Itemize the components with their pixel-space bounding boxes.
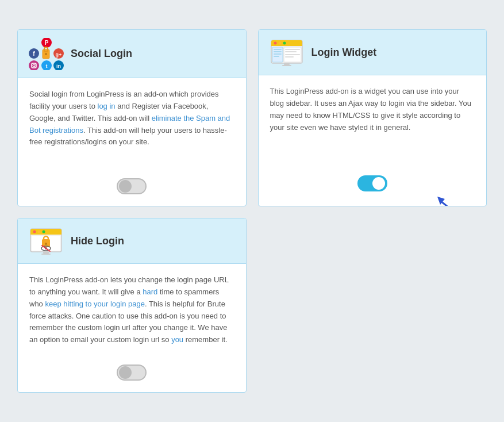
login-widget-description: This LoginPress add-on is a widget you c…	[270, 87, 472, 131]
svg-point-8	[45, 53, 47, 55]
annotation-arrow	[423, 192, 487, 206]
svg-rect-31	[285, 54, 300, 55]
svg-rect-49	[43, 252, 49, 254]
svg-marker-35	[437, 197, 445, 205]
hide-login-footer	[18, 356, 246, 392]
hide-login-icon	[28, 227, 63, 255]
login-widget-header: Login Widget	[259, 30, 487, 75]
login-widget-card: Login Widget This LoginPress add-on is a…	[258, 29, 487, 206]
login-widget-title: Login Widget	[311, 47, 377, 59]
login-widget-icon	[269, 38, 303, 67]
svg-point-22	[283, 42, 286, 45]
svg-rect-24	[274, 49, 282, 50]
svg-point-21	[278, 42, 281, 45]
svg-point-40	[38, 231, 41, 233]
social-login-footer	[18, 170, 246, 206]
hide-login-link1: hard	[143, 287, 157, 296]
social-login-link2: eliminate the Spam and Bot registrations	[29, 114, 230, 135]
svg-point-45	[45, 243, 47, 245]
social-login-card: f P g+	[17, 29, 247, 206]
login-widget-body: This LoginPress add-on is a widget you c…	[259, 75, 487, 167]
svg-rect-30	[285, 51, 297, 52]
svg-rect-27	[274, 56, 279, 57]
svg-rect-34	[282, 65, 291, 66]
hide-login-link3: you	[171, 335, 183, 344]
hide-login-header: Hide Login	[18, 218, 246, 264]
annotation-container: Toggle On the Button	[423, 192, 487, 206]
login-widget-toggle[interactable]	[357, 175, 387, 191]
hide-login-card: Hide Login This LoginPress add-on lets y…	[17, 218, 247, 393]
svg-rect-33	[284, 63, 290, 65]
social-login-icon: f P g+	[28, 38, 63, 70]
svg-point-9	[29, 60, 39, 70]
svg-point-12	[35, 64, 36, 65]
svg-rect-25	[274, 51, 282, 52]
svg-text:g+: g+	[56, 52, 62, 57]
svg-text:in: in	[56, 63, 61, 69]
social-login-body: Social login from LoginPress is an add-o…	[18, 78, 246, 170]
hide-login-body: This LoginPress add-on lets you change t…	[18, 264, 246, 356]
main-container: f P g+	[17, 29, 487, 393]
social-login-title: Social Login	[71, 48, 132, 60]
svg-rect-32	[285, 56, 294, 57]
login-widget-footer: Toggle On the Button	[259, 167, 487, 203]
svg-point-41	[43, 231, 45, 233]
hide-login-link2: keep hitting to your login page	[45, 300, 144, 308]
svg-rect-50	[41, 254, 51, 255]
social-login-header: f P g+	[18, 30, 246, 78]
empty-bottom-right	[258, 218, 487, 224]
svg-point-20	[274, 42, 276, 45]
hide-login-title: Hide Login	[71, 235, 124, 247]
svg-point-39	[33, 231, 36, 233]
svg-rect-26	[274, 53, 282, 55]
social-login-link1: log in	[98, 102, 116, 110]
social-login-toggle[interactable]	[117, 178, 147, 194]
svg-text:t: t	[46, 63, 48, 69]
hide-login-toggle[interactable]	[117, 365, 147, 381]
svg-text:P: P	[45, 40, 49, 46]
svg-rect-29	[285, 49, 300, 50]
